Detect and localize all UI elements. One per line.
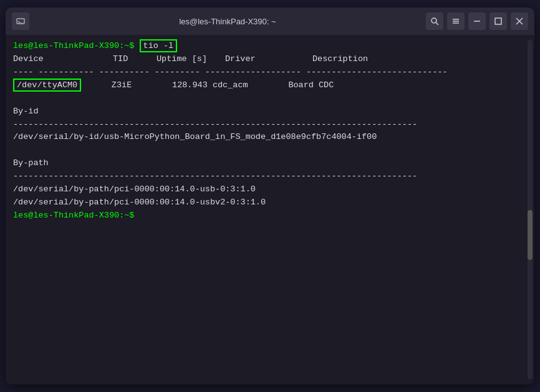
command-highlight: tio -l — [140, 39, 178, 52]
window-controls — [426, 12, 528, 30]
scrollbar-thumb[interactable] — [528, 210, 533, 260]
search-button[interactable] — [426, 12, 443, 30]
svg-line-3 — [436, 22, 438, 25]
maximize-button[interactable] — [489, 12, 507, 30]
titlebar-left — [12, 12, 29, 30]
app-icon — [12, 12, 29, 30]
menu-button[interactable] — [447, 12, 465, 30]
prompt-1: les@les-ThinkPad-X390 — [13, 41, 119, 50]
terminal-output: les@les-ThinkPad-X390:~$ tio -l DeviceTI… — [13, 40, 527, 222]
window-title: les@les-ThinkPad-X390: ~ — [29, 17, 426, 26]
minimize-button[interactable] — [468, 12, 486, 30]
svg-rect-8 — [495, 18, 501, 24]
close-button[interactable] — [511, 12, 528, 30]
svg-point-2 — [432, 18, 436, 23]
scrollbar[interactable] — [528, 40, 533, 380]
prompt-2: les@les-ThinkPad-X390 — [13, 211, 119, 220]
terminal-window: les@les-ThinkPad-X390: ~ — [6, 7, 534, 385]
terminal-body[interactable]: les@les-ThinkPad-X390:~$ tio -l DeviceTI… — [6, 35, 534, 385]
titlebar: les@les-ThinkPad-X390: ~ — [6, 7, 534, 35]
device-entry: /dev/ttyACM0 — [13, 79, 81, 92]
